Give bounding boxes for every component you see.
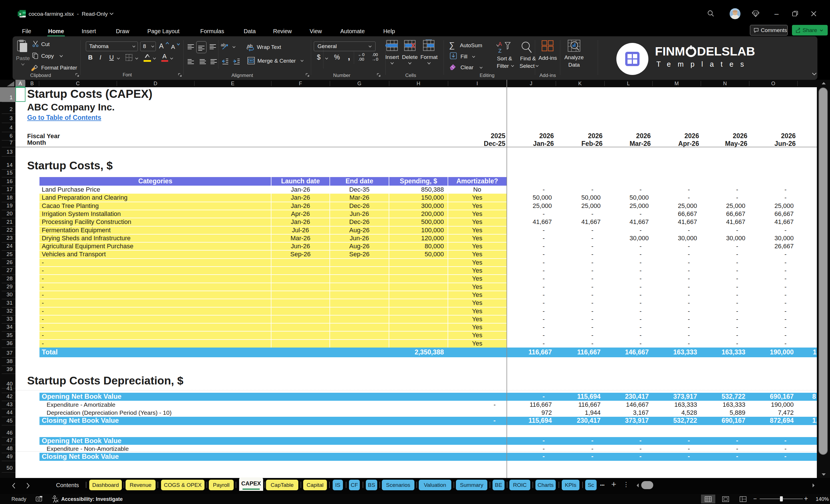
svg-text:ab: ab: [221, 43, 226, 47]
svg-text:Z: Z: [498, 48, 502, 54]
svg-text:A: A: [498, 41, 502, 47]
svg-text:c: c: [247, 46, 249, 50]
svg-text:x: x: [19, 12, 22, 16]
